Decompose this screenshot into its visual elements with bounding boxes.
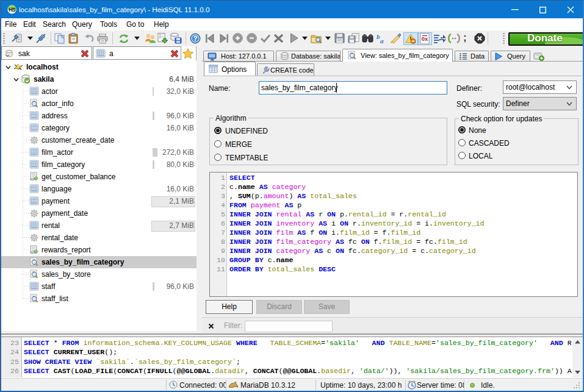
svg-text:HS: HS <box>9 7 15 13</box>
svg-text:a: a <box>380 37 384 44</box>
svg-text:?: ? <box>193 35 198 42</box>
svg-text:0x: 0x <box>422 35 428 42</box>
